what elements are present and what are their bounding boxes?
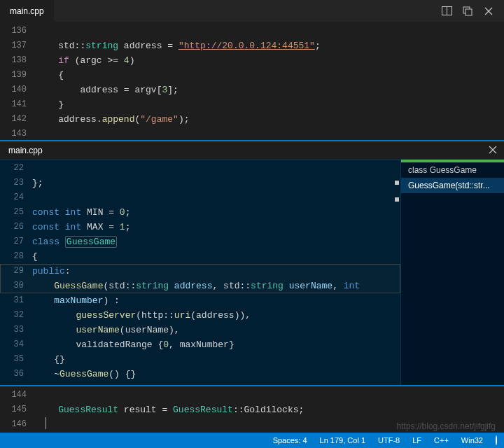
status-encoding[interactable]: UTF-8 [378, 436, 400, 444]
close-editor-icon[interactable] [483, 6, 494, 17]
tab-label: main.cpp [10, 6, 44, 16]
split-editor-icon[interactable] [441, 6, 452, 17]
minimap[interactable] [497, 22, 504, 140]
status-position[interactable]: Ln 179, Col 1 [320, 436, 365, 444]
peek-title: main.cpp [8, 146, 43, 155]
svg-rect-3 [465, 9, 472, 15]
tabbar-actions [441, 6, 504, 17]
peek-ref-item[interactable]: class GuessGame [401, 162, 504, 178]
text-cursor [46, 417, 46, 429]
status-target[interactable]: Win32 [461, 436, 483, 444]
code-area-top[interactable]: std::string address = "http://20.0.0.124… [36, 22, 497, 140]
peek-ref-item[interactable]: GuessGame(std::str... [401, 178, 504, 193]
status-language[interactable]: C++ [434, 436, 449, 444]
editor-pane-top[interactable]: 136 137 138 139 140 141 142 143 std::str… [0, 22, 504, 140]
peek-header: main.cpp [0, 141, 504, 160]
status-bar: Spaces: 4 Ln 179, Col 1 UTF-8 LF C++ Win… [0, 433, 504, 448]
peek-gutter: 22232425 26272829 303132 33343536 [0, 160, 32, 385]
peek-reference-list: class GuessGame GuessGame(std::str... [400, 160, 504, 385]
status-eol[interactable]: LF [412, 436, 421, 444]
editor-tab-main[interactable]: main.cpp [0, 0, 54, 22]
status-indent[interactable]: Spaces: 4 [273, 436, 307, 444]
peek-editor[interactable]: 22232425 26272829 303132 33343536 }; con… [0, 160, 400, 385]
feedback-icon[interactable] [496, 436, 497, 444]
editor-tabbar: main.cpp [0, 0, 504, 22]
peek-code-area[interactable]: }; const int MIN = 0; const int MAX = 1;… [32, 160, 400, 385]
more-actions-icon[interactable] [462, 6, 473, 17]
peek-close-icon[interactable] [487, 144, 498, 155]
line-gutter: 136 137 138 139 140 141 142 143 [0, 22, 36, 140]
peek-view: main.cpp 22232425 26272829 303132 333435… [0, 140, 504, 386]
